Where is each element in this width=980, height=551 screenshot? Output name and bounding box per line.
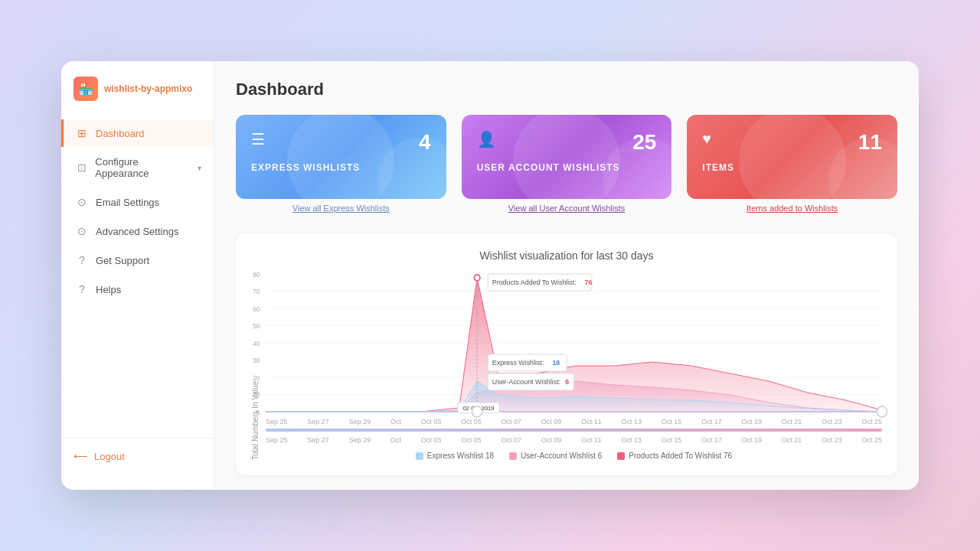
user-label: USER ACCOUNT WISHLISTS (477, 162, 657, 173)
user-account-card: 👤 25 USER ACCOUNT WISHLISTS (462, 115, 672, 199)
app-container: 🏪 wishlist-by-appmixo ⊞ Dashboard ⊡ Conf… (61, 61, 919, 490)
logo-text: wishlist-by-appmixo (104, 83, 192, 94)
svg-text:18: 18 (552, 359, 560, 367)
legend-express: Express Wishlist 18 (416, 452, 494, 460)
sidebar-logo: 🏪 wishlist-by-appmixo (61, 77, 214, 119)
items-card-wrapper: ♥ 11 ITEMS Items added to Wishlists (687, 115, 897, 213)
sidebar-item-label: Advanced Settings (96, 226, 178, 237)
stats-cards: ☰ 4 EXPRESS WISHLISTS View all Express W… (236, 115, 897, 213)
chart-title: Wishlist visualization for last 30 days (251, 249, 882, 262)
logo-icon: 🏪 (74, 77, 98, 101)
items-link[interactable]: Items added to Wishlists (687, 204, 897, 213)
legend-label-express: Express Wishlist 18 (427, 452, 494, 460)
express-wishlist-card: ☰ 4 EXPRESS WISHLISTS (236, 115, 446, 199)
logout-button[interactable]: ⟵ Logout (74, 451, 201, 462)
express-label: EXPRESS WISHLISTS (251, 162, 431, 173)
svg-text:Express Wishlist:: Express Wishlist: (492, 359, 544, 367)
sidebar-item-label: Email Settings (96, 197, 159, 208)
support-icon: ? (76, 254, 88, 266)
items-card: ♥ 11 ITEMS (687, 115, 897, 199)
svg-text:10: 10 (253, 391, 260, 399)
chart-y-label: Total Numbers In Value (251, 274, 260, 460)
express-link[interactable]: View all Express Wishlists (236, 204, 446, 213)
svg-text:60: 60 (253, 305, 260, 313)
sidebar-item-support[interactable]: ? Get Support (61, 246, 214, 274)
svg-text:30: 30 (253, 357, 260, 364)
svg-text:0: 0 (256, 409, 260, 416)
svg-text:6: 6 (565, 378, 569, 386)
heart-icon: ♥ (702, 130, 711, 148)
sidebar-item-dashboard[interactable]: ⊞ Dashboard (61, 119, 214, 147)
chart-legend: Express Wishlist 18 User-Account Wishlis… (266, 452, 882, 460)
svg-text:80: 80 (253, 271, 260, 279)
chart-slider[interactable] (266, 429, 882, 432)
express-wishlist-card-wrapper: ☰ 4 EXPRESS WISHLISTS View all Express W… (236, 115, 446, 213)
svg-text:70: 70 (253, 288, 260, 295)
sidebar-item-email[interactable]: ⊙ Email Settings (61, 188, 214, 216)
user-account-card-wrapper: 👤 25 USER ACCOUNT WISHLISTS View all Use… (462, 115, 672, 213)
svg-point-34 (472, 406, 482, 417)
svg-text:User-Account Wishlist:: User-Account Wishlist: (492, 378, 560, 386)
svg-text:76: 76 (585, 279, 593, 286)
sidebar-item-help[interactable]: ? Helps (61, 276, 214, 303)
chevron-down-icon: ▾ (198, 164, 201, 172)
user-icon: 👤 (477, 130, 496, 148)
chart-inner: 80 70 60 50 40 30 20 10 0 (266, 274, 882, 460)
menu-icon: ☰ (251, 130, 265, 148)
email-icon: ⊙ (76, 196, 88, 208)
sidebar-item-advanced[interactable]: ⊙ Advanced Settings (61, 217, 214, 245)
chart-section: Wishlist visualization for last 30 days … (236, 234, 897, 475)
help-icon: ? (76, 283, 88, 295)
sidebar-item-configure[interactable]: ⊡ Configure Appearance ▾ (61, 148, 214, 187)
chart-x-axis-bottom: Sep 25 Sep 27 Sep 29 Oct Oct 03 Oct 05 O… (266, 433, 882, 444)
sidebar-item-label: Helps (96, 284, 121, 295)
chart-area: Total Numbers In Value 80 (251, 274, 882, 460)
chart-svg: 80 70 60 50 40 30 20 10 0 (266, 274, 882, 412)
legend-products: Products Added To Wishlist 76 (617, 452, 732, 460)
sidebar-item-label: Dashboard (96, 128, 145, 139)
legend-label-user: User-Account Wishlist 6 (521, 452, 602, 460)
svg-point-35 (877, 406, 887, 417)
svg-point-33 (474, 275, 479, 281)
dashboard-icon: ⊞ (76, 127, 88, 139)
sidebar-item-label: Get Support (96, 255, 149, 266)
sidebar: 🏪 wishlist-by-appmixo ⊞ Dashboard ⊡ Conf… (61, 61, 214, 490)
main-content: Dashboard ☰ 4 EXPRESS WISHLISTS View all… (214, 61, 919, 490)
configure-icon: ⊡ (76, 161, 87, 174)
sidebar-item-label: Configure Appearance (95, 156, 190, 179)
legend-dot-products (617, 452, 625, 460)
logout-icon: ⟵ (74, 451, 88, 462)
legend-label-products: Products Added To Wishlist 76 (629, 452, 732, 460)
sidebar-nav: ⊞ Dashboard ⊡ Configure Appearance ▾ ⊙ E… (61, 119, 214, 438)
logout-label: Logout (94, 451, 125, 462)
user-link[interactable]: View all User Account Wishlists (462, 204, 672, 213)
chart-x-axis-top: Sep 25 Sep 27 Sep 29 Oct Oct 03 Oct 05 O… (266, 415, 882, 425)
settings-icon: ⊙ (76, 225, 88, 237)
svg-text:40: 40 (253, 340, 260, 347)
legend-dot-express (416, 452, 423, 460)
svg-text:20: 20 (253, 374, 260, 382)
sidebar-logout: ⟵ Logout (61, 438, 214, 474)
svg-text:50: 50 (253, 322, 260, 330)
items-label: ITEMS (702, 162, 882, 173)
legend-user: User-Account Wishlist 6 (509, 452, 602, 460)
legend-dot-user (509, 452, 517, 460)
svg-text:Products Added To Wishlist:: Products Added To Wishlist: (492, 279, 577, 286)
page-title: Dashboard (236, 80, 897, 99)
